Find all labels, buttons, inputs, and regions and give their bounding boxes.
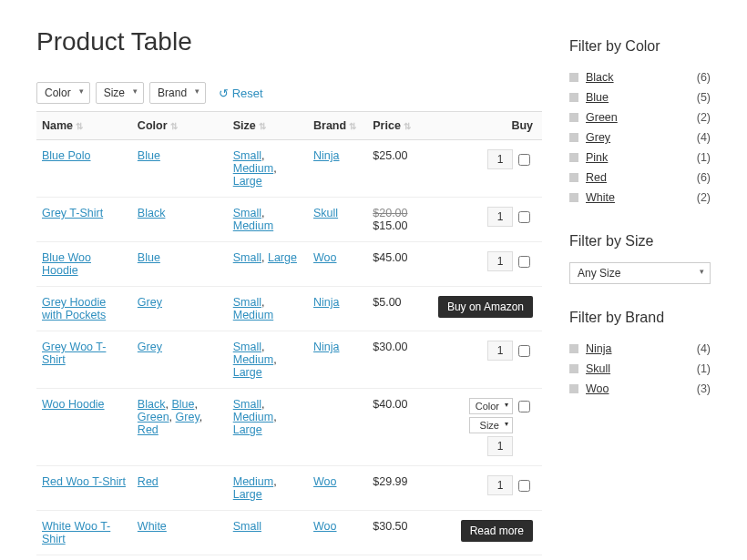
product-link[interactable]: Woo Hoodie bbox=[42, 398, 105, 411]
color-link[interactable]: Black bbox=[138, 398, 166, 411]
product-link[interactable]: Grey Woo T-Shirt bbox=[42, 341, 106, 366]
size-link[interactable]: Medium bbox=[233, 219, 273, 232]
filter-item: Red(6) bbox=[569, 168, 711, 188]
select-checkbox[interactable] bbox=[518, 154, 530, 166]
size-link[interactable]: Large bbox=[233, 488, 262, 501]
color-link[interactable]: Blue bbox=[138, 251, 160, 264]
size-dropdown[interactable]: Any Size bbox=[569, 262, 711, 284]
col-price[interactable]: Price⇅ bbox=[367, 112, 421, 140]
count: (3) bbox=[697, 382, 711, 395]
size-link[interactable]: Small bbox=[233, 341, 261, 353]
size-link[interactable]: Large bbox=[268, 251, 297, 264]
square-icon bbox=[569, 344, 578, 353]
select-checkbox[interactable] bbox=[518, 211, 530, 223]
select-checkbox[interactable] bbox=[518, 256, 530, 268]
size-link[interactable]: Medium bbox=[233, 411, 273, 423]
product-link[interactable]: Red Woo T-Shirt bbox=[42, 475, 126, 488]
count: (2) bbox=[697, 111, 711, 124]
quantity-stepper[interactable]: 1 bbox=[487, 436, 513, 456]
size-link[interactable]: Small bbox=[233, 207, 261, 219]
color-link[interactable]: Red bbox=[138, 475, 159, 488]
square-icon bbox=[569, 113, 578, 122]
brand-link[interactable]: Ninja bbox=[313, 296, 340, 309]
filter-select-color[interactable]: Color bbox=[36, 82, 90, 104]
size-link[interactable]: Small bbox=[233, 520, 261, 533]
size-link[interactable]: Large bbox=[233, 175, 262, 188]
color-filter-link[interactable]: White bbox=[586, 191, 697, 204]
size-link[interactable]: Small bbox=[233, 296, 261, 309]
brand-link[interactable]: Woo bbox=[313, 251, 336, 264]
color-filter-link[interactable]: Red bbox=[586, 171, 697, 184]
quantity-stepper[interactable]: 1 bbox=[487, 251, 513, 271]
buy-amazon-button[interactable]: Buy on Amazon bbox=[438, 296, 533, 318]
col-color[interactable]: Color⇅ bbox=[132, 112, 228, 140]
product-link[interactable]: Grey Hoodie with Pockets bbox=[42, 296, 106, 321]
brand-filter-link[interactable]: Woo bbox=[586, 382, 697, 395]
color-link[interactable]: Blue bbox=[171, 398, 194, 411]
col-size[interactable]: Size⇅ bbox=[228, 112, 308, 140]
size-link[interactable]: Medium bbox=[233, 162, 273, 175]
table-row: Black Woo T-ShirtBlackLargeNinja$30.001 bbox=[36, 555, 542, 561]
brand-link[interactable]: Woo bbox=[313, 475, 336, 488]
count: (1) bbox=[697, 151, 711, 164]
square-icon bbox=[569, 173, 578, 182]
brand-filter-link[interactable]: Ninja bbox=[586, 342, 697, 355]
color-link[interactable]: Green bbox=[138, 411, 169, 423]
price: $30.50 bbox=[373, 520, 415, 533]
product-table: Name⇅ Color⇅ Size⇅ Brand⇅ Price⇅ Buy Blu… bbox=[36, 111, 542, 560]
square-icon bbox=[569, 73, 578, 82]
select-checkbox[interactable] bbox=[518, 345, 530, 357]
quantity-stepper[interactable]: 1 bbox=[487, 475, 513, 495]
filter-select-size[interactable]: Size bbox=[96, 82, 144, 104]
brand-link[interactable]: Ninja bbox=[313, 149, 340, 162]
table-row: Red Woo T-ShirtRedMedium, LargeWoo$29.99… bbox=[36, 466, 542, 511]
color-filter-link[interactable]: Pink bbox=[586, 151, 697, 164]
color-filter-link[interactable]: Green bbox=[586, 111, 697, 124]
size-link[interactable]: Large bbox=[233, 423, 262, 436]
variation-color-select[interactable]: Color bbox=[469, 398, 513, 414]
size-link[interactable]: Small bbox=[233, 149, 261, 162]
brand-link[interactable]: Ninja bbox=[313, 341, 340, 353]
size-link[interactable]: Medium bbox=[233, 309, 273, 321]
color-filter-link[interactable]: Black bbox=[586, 71, 697, 84]
filter-brand-widget: Filter by Brand Ninja(4)Skull(1)Woo(3) bbox=[569, 310, 711, 399]
quantity-stepper[interactable]: 1 bbox=[487, 149, 513, 169]
color-link[interactable]: Blue bbox=[138, 149, 160, 162]
size-link[interactable]: Large bbox=[233, 366, 262, 379]
filter-bar: ColorSizeBrandReset bbox=[36, 82, 542, 104]
product-link[interactable]: Blue Polo bbox=[42, 149, 91, 162]
brand-filter-link[interactable]: Skull bbox=[586, 362, 697, 375]
size-link[interactable]: Small bbox=[233, 398, 261, 411]
filter-select-brand[interactable]: Brand bbox=[149, 82, 206, 104]
color-link[interactable]: Grey bbox=[138, 341, 162, 353]
select-checkbox[interactable] bbox=[518, 401, 530, 412]
col-brand[interactable]: Brand⇅ bbox=[308, 112, 367, 140]
select-checkbox[interactable] bbox=[518, 480, 530, 492]
product-link[interactable]: Blue Woo Hoodie bbox=[42, 251, 91, 277]
color-link[interactable]: Grey bbox=[138, 296, 162, 309]
quantity-stepper[interactable]: 1 bbox=[487, 207, 513, 227]
price: $30.00 bbox=[373, 341, 415, 353]
quantity-stepper[interactable]: 1 bbox=[487, 341, 513, 361]
color-link[interactable]: Grey bbox=[176, 411, 200, 423]
col-name[interactable]: Name⇅ bbox=[36, 112, 132, 140]
brand-link[interactable]: Skull bbox=[313, 207, 338, 219]
brand-link[interactable]: Woo bbox=[313, 520, 336, 533]
color-filter-link[interactable]: Blue bbox=[586, 91, 697, 104]
size-link[interactable]: Small bbox=[233, 251, 261, 264]
product-link[interactable]: White Woo T-Shirt bbox=[42, 520, 110, 545]
page-title: Product Table bbox=[36, 27, 542, 56]
size-link[interactable]: Medium bbox=[233, 475, 273, 488]
color-link[interactable]: White bbox=[138, 520, 167, 533]
product-link[interactable]: Grey T-Shirt bbox=[42, 207, 103, 219]
size-link[interactable]: Medium bbox=[233, 353, 273, 366]
color-link[interactable]: Black bbox=[138, 207, 166, 219]
count: (4) bbox=[697, 131, 711, 144]
read-more-button[interactable]: Read more bbox=[461, 520, 533, 542]
price: $45.00 bbox=[373, 251, 415, 264]
color-link[interactable]: Red bbox=[138, 423, 159, 436]
variation-size-select[interactable]: Size bbox=[469, 417, 513, 433]
filter-item: Blue(5) bbox=[569, 87, 711, 107]
color-filter-link[interactable]: Grey bbox=[586, 131, 697, 144]
reset-link[interactable]: Reset bbox=[219, 87, 263, 100]
